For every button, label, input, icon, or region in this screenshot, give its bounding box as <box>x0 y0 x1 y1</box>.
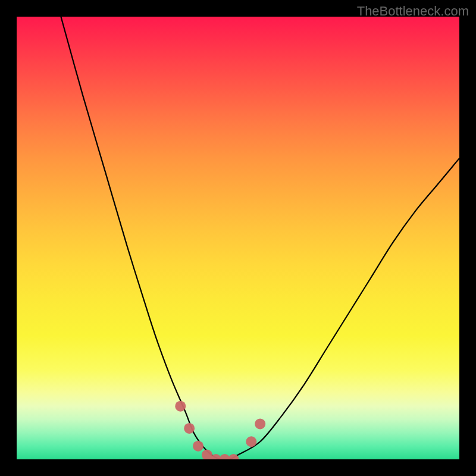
watermark-text: TheBottleneck.com <box>357 4 469 19</box>
chart-plot-area <box>17 17 459 459</box>
heatmap-gradient-bg <box>17 17 459 459</box>
